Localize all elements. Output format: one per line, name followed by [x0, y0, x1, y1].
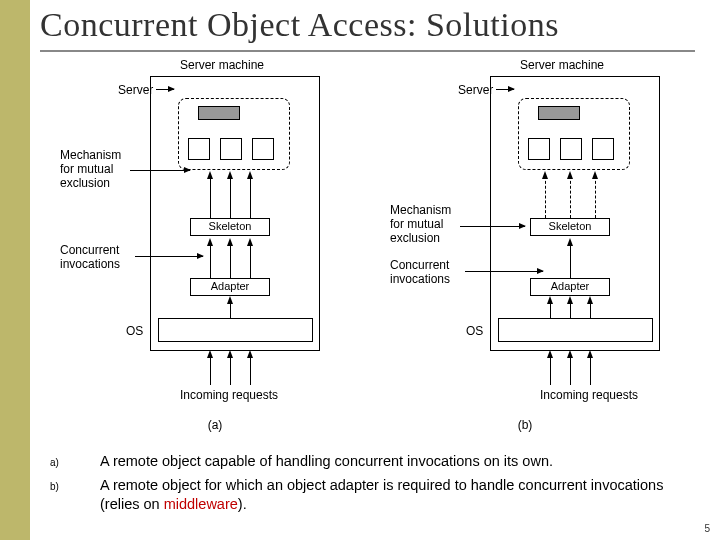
skeleton-box: Skeleton: [190, 218, 270, 236]
label-concurrent: Concurrent invocations: [60, 243, 120, 271]
diagrams-area: Server machine Server Mechanism for mutu…: [60, 58, 680, 418]
page-number: 5: [704, 523, 710, 534]
diagram-b: Server machine Server Skeleton Mechanism…: [380, 58, 680, 418]
label-concurrent: Concurrent invocations: [390, 258, 450, 286]
label-incoming: Incoming requests: [540, 388, 638, 402]
arrow-head: [592, 171, 598, 179]
thread-box-1: [188, 138, 210, 160]
arrow-line: [590, 355, 591, 385]
pointer-server: [156, 89, 174, 90]
diagram-a: Server machine Server Mechanism for mutu…: [60, 58, 360, 418]
pointer-mechanism: [130, 170, 190, 171]
arrow-head: [227, 171, 233, 179]
label-os: OS: [466, 324, 483, 338]
pointer-server: [496, 89, 514, 90]
adapter-box: Adapter: [190, 278, 270, 296]
os-box: [158, 318, 313, 342]
arrow-head: [247, 350, 253, 358]
arrow-head: [207, 350, 213, 358]
arrow-head: [227, 238, 233, 246]
arrow-line: [250, 241, 251, 278]
arrow-head: [207, 238, 213, 246]
arrow-line: [550, 355, 551, 385]
label-mechanism: Mechanism for mutual exclusion: [60, 148, 121, 190]
thread-box-3: [592, 138, 614, 160]
arrow-line: [210, 241, 211, 278]
item-key: a): [50, 452, 100, 472]
dash-line: [545, 176, 546, 218]
adapter-box: Adapter: [530, 278, 610, 296]
label-incoming: Incoming requests: [180, 388, 278, 402]
arrow-line: [250, 176, 251, 218]
arrow-line: [210, 355, 211, 385]
arrow-head: [567, 296, 573, 304]
arrow-line: [230, 355, 231, 385]
arrow-head: [207, 171, 213, 179]
arrow-line: [230, 241, 231, 278]
item-text: A remote object capable of handling conc…: [100, 452, 700, 472]
middleware-highlight: middleware: [164, 496, 238, 512]
arrow-line: [250, 355, 251, 385]
arrow-head: [547, 296, 553, 304]
arrow-head: [227, 296, 233, 304]
arrow-head: [247, 171, 253, 179]
thread-box-1: [528, 138, 550, 160]
arrow-head: [587, 296, 593, 304]
dash-line: [595, 176, 596, 218]
thread-box-2: [560, 138, 582, 160]
pointer-concurrent: [465, 271, 543, 272]
arrow-line: [570, 355, 571, 385]
arrow-head: [567, 238, 573, 246]
description-list: a) A remote object capable of handling c…: [50, 452, 700, 519]
thread-box-2: [220, 138, 242, 160]
arrow-head: [587, 350, 593, 358]
object-bar: [198, 106, 240, 120]
label-server-machine: Server machine: [520, 58, 604, 72]
os-box: [498, 318, 653, 342]
list-item: b) A remote object for which an object a…: [50, 476, 700, 515]
caption-a: (a): [208, 418, 223, 432]
arrow-line: [230, 176, 231, 218]
slide-title: Concurrent Object Access: Solutions: [40, 6, 559, 44]
pointer-mechanism: [460, 226, 525, 227]
pointer-concurrent: [135, 256, 203, 257]
label-mechanism: Mechanism for mutual exclusion: [390, 203, 451, 245]
captions-row: (a) (b): [60, 418, 680, 432]
skeleton-box: Skeleton: [530, 218, 610, 236]
arrow-head: [542, 171, 548, 179]
caption-b: (b): [518, 418, 533, 432]
label-server: Server: [458, 83, 493, 97]
arrow-head: [247, 238, 253, 246]
list-item: a) A remote object capable of handling c…: [50, 452, 700, 472]
thread-box-3: [252, 138, 274, 160]
label-os: OS: [126, 324, 143, 338]
item-text: A remote object for which an object adap…: [100, 476, 700, 515]
label-server: Server: [118, 83, 153, 97]
label-server-machine: Server machine: [180, 58, 264, 72]
arrow-line: [210, 176, 211, 218]
title-underline: [40, 50, 695, 52]
item-key: b): [50, 476, 100, 515]
arrow-head: [547, 350, 553, 358]
object-bar: [538, 106, 580, 120]
dash-line: [570, 176, 571, 218]
arrow-head: [227, 350, 233, 358]
arrow-head: [567, 171, 573, 179]
sidebar-accent: [0, 0, 30, 540]
arrow-head: [567, 350, 573, 358]
arrow-line: [570, 241, 571, 278]
